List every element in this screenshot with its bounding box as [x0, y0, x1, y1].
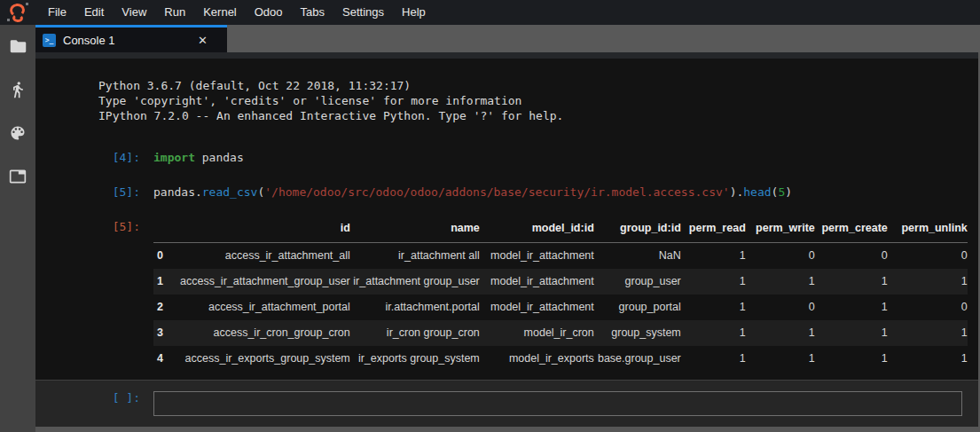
df-cell: ir_attachment all [350, 243, 480, 270]
df-row-index: 1 [153, 269, 180, 295]
df-cell: 1 [888, 269, 968, 295]
tab-bar: >_ Console 1 ✕ [35, 25, 980, 52]
odoo-sh-logo-icon [0, 0, 35, 25]
console-output-area[interactable]: Python 3.6.7 (default, Oct 22 2018, 11:3… [35, 59, 978, 380]
df-cell: 1 [681, 243, 746, 270]
close-icon[interactable]: ✕ [198, 34, 208, 47]
df-col-header: perm_read [681, 219, 746, 243]
input-prompt: [ ]: [35, 391, 140, 405]
code-line: pandas.read_csv('/home/odoo/src/odoo/odo… [153, 185, 792, 200]
output-prompt: [5]: [35, 219, 140, 372]
console-input-area: [ ]: [35, 380, 978, 427]
df-col-header: name [350, 219, 480, 243]
df-row-index: 0 [153, 243, 180, 270]
table-row: 1access_ir_attachment_group_userir_attac… [153, 269, 968, 295]
table-row: 2access_ir_attachment_portalir.attachmen… [153, 295, 968, 320]
menu-tabs[interactable]: Tabs [292, 0, 333, 25]
df-cell: model_ir_attachment [480, 295, 594, 320]
df-cell: 0 [815, 243, 888, 270]
df-cell: access_ir_exports_group_system [180, 346, 350, 372]
code-cell-0: [4]:import pandas [35, 150, 978, 165]
open-tabs-icon[interactable] [8, 168, 27, 185]
df-cell: ir_exports group_system [350, 346, 480, 372]
python-banner: Python 3.6.7 (default, Oct 22 2018, 11:3… [98, 78, 978, 123]
df-cell: access_ir_attachment_all [180, 243, 350, 270]
df-cell: 0 [888, 243, 968, 270]
df-cell: access_ir_cron_group_cron [180, 320, 350, 346]
df-cell: 1 [888, 346, 968, 372]
menu-run[interactable]: Run [155, 0, 194, 25]
input-prompt-label: [5]: [35, 185, 140, 200]
df-cell: NaN [594, 243, 681, 270]
df-cell: group_user [594, 269, 681, 295]
command-palette-icon[interactable] [8, 124, 27, 142]
df-cell: 0 [746, 295, 815, 320]
df-body: 0access_ir_attachment_allir_attachment a… [153, 243, 968, 373]
df-cell: access_ir_attachment_portal [180, 295, 350, 320]
df-cell: ir.attachment.portal [350, 295, 480, 320]
code-line: import pandas [153, 150, 244, 165]
df-cell: 1 [746, 269, 815, 295]
df-cell: group_system [594, 320, 681, 346]
jupyterlab-window: FileEditViewRunKernelOdooTabsSettingsHel… [0, 0, 980, 432]
menu-odoo[interactable]: Odoo [246, 0, 292, 25]
table-row: 4access_ir_exports_group_systemir_export… [153, 346, 968, 372]
file-browser-icon[interactable] [8, 37, 27, 55]
tab-console-1[interactable]: >_ Console 1 ✕ [35, 25, 227, 52]
console-icon: >_ [43, 34, 56, 47]
df-cell: 1 [746, 320, 815, 346]
df-cell: 0 [746, 243, 815, 270]
df-cell: 1 [681, 295, 746, 320]
df-cell: 1 [815, 269, 888, 295]
running-sessions-icon[interactable] [8, 81, 27, 98]
input-prompt-label: [4]: [35, 150, 140, 165]
menubar: FileEditViewRunKernelOdooTabsSettingsHel… [0, 0, 980, 25]
panel-bottom-strip [35, 427, 978, 432]
menu-view[interactable]: View [113, 0, 155, 25]
df-cell: model_ir_cron [480, 320, 594, 346]
left-sidebar [0, 25, 35, 432]
df-cell: access_ir_attachment_group_user [180, 269, 350, 295]
df-cell: model_ir_exports [480, 346, 594, 372]
console-panel: Python 3.6.7 (default, Oct 22 2018, 11:3… [35, 52, 980, 432]
df-cell: 1 [746, 346, 815, 372]
df-row-index: 3 [153, 320, 180, 346]
df-cell: 1 [681, 346, 746, 372]
df-cell: base.group_user [594, 346, 681, 372]
df-cell: 1 [815, 320, 888, 346]
df-row-index: 4 [153, 346, 180, 372]
menu-help[interactable]: Help [393, 0, 435, 25]
df-cell: 1 [681, 320, 746, 346]
df-cell: 1 [681, 269, 746, 295]
tab-label: Console 1 [63, 34, 198, 47]
table-row: 3access_ir_cron_group_cronir_cron group_… [153, 320, 968, 346]
df-cell: model_ir_attachment [480, 269, 594, 295]
df-cell: group_portal [594, 295, 681, 320]
df-cell: ir_attachment group_user [350, 269, 480, 295]
code-cell-1: [5]:pandas.read_csv('/home/odoo/src/odoo… [35, 185, 978, 200]
table-row: 0access_ir_attachment_allir_attachment a… [153, 243, 968, 270]
df-cell: 1 [815, 346, 888, 372]
df-col-header: id [180, 219, 350, 243]
df-col-header: perm_write [746, 219, 815, 243]
df-cell: 1 [888, 320, 968, 346]
df-col-header: group_id:id [594, 219, 681, 243]
df-col-header: perm_unlink [888, 219, 968, 243]
menu-edit[interactable]: Edit [75, 0, 113, 25]
menu-file[interactable]: File [39, 0, 75, 25]
df-cell: 1 [815, 295, 888, 320]
df-head: idnamemodel_id:idgroup_id:idperm_readper… [153, 219, 968, 243]
df-cell: 0 [888, 295, 968, 320]
output-cell: [5]: idnamemodel_id:idgroup_id:idperm_re… [35, 219, 978, 372]
df-col-header [153, 219, 180, 243]
menu-settings[interactable]: Settings [333, 0, 393, 25]
df-cell: model_ir_attachment [480, 243, 594, 270]
console-cells: [4]:import pandas[5]:pandas.read_csv('/h… [35, 150, 978, 200]
menu-items: FileEditViewRunKernelOdooTabsSettingsHel… [39, 0, 435, 25]
df-cell: ir_cron group_cron [350, 320, 480, 346]
df-row-index: 2 [153, 295, 180, 320]
menu-kernel[interactable]: Kernel [194, 0, 246, 25]
df-col-header: model_id:id [480, 219, 594, 243]
df-col-header: perm_create [815, 219, 888, 243]
code-input[interactable] [153, 391, 962, 416]
